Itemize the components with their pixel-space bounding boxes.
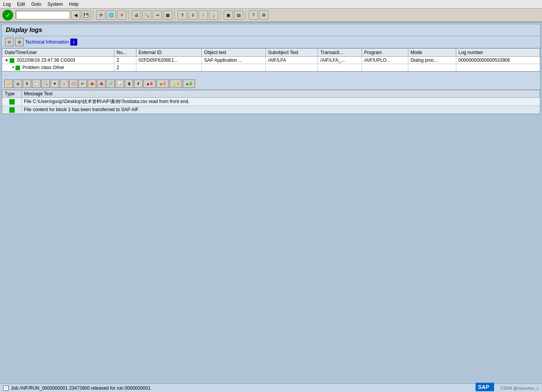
pg-dn2-btn[interactable]: ↓ <box>209 10 218 20</box>
cell-objtext <box>202 64 265 71</box>
menu-item-log[interactable]: Log <box>3 2 11 7</box>
cell-datetime: • Problem class Other <box>2 64 114 71</box>
cell-datetime: ▼ 2022/08/16 23:47:38 CG003 <box>2 57 114 64</box>
filter-btn[interactable]: ▦ <box>163 10 172 20</box>
log-table-row: File C:\Users\guojz\Desktop\技术资料\AIF\案例\… <box>2 98 540 106</box>
log-btn-5[interactable]: 🔍 <box>41 79 50 88</box>
log-btn-7[interactable]: ↕ <box>60 79 68 88</box>
view2-btn[interactable]: ▤ <box>234 10 243 20</box>
cell-subobj: /AIF/LFA <box>265 57 318 64</box>
main-content: Display logs ⟳ ⚙ Technical Information i… <box>2 24 540 114</box>
log-btn-3[interactable]: ⬆ <box>23 79 31 88</box>
status-left: ✓ Job /AIF/RUN_0000000001 23473900 relea… <box>3 385 151 391</box>
col-lognum: Log number <box>456 49 540 57</box>
sap-logo: SAP <box>476 383 494 392</box>
cell-subobj <box>265 64 318 71</box>
col-subobj: Subobject Text <box>265 49 318 57</box>
menu-item-help[interactable]: Help <box>69 2 79 7</box>
log-btn-14[interactable]: 🗑 <box>125 79 133 88</box>
toolbar: ✓ ◀ 💾 ⟳ 🌐 ✕ 🖨 🔍 ⇒ ▦ ⇑ ⇓ ↑ ↓ ▣ ▤ ? ⚙ <box>0 8 542 22</box>
save-btn[interactable]: 💾 <box>82 10 91 20</box>
col-objtext: Object text <box>202 49 265 57</box>
cell-prog <box>362 64 408 71</box>
log-toolbar: 🔑 🖨 ⬆ 📋 🔍 ▼ ↕ 🚫 ✏ 📤 📥 🔗 📊 🗑 ⬇ ● 0 ● 0 △ … <box>2 78 540 90</box>
menu-item-edit[interactable]: Edit <box>17 2 25 7</box>
col-extid: External ID <box>136 49 202 57</box>
stop-btn[interactable]: ✕ <box>117 10 126 20</box>
log-cell-message: File content for block 1 has been transf… <box>22 106 540 114</box>
data-table: Date/Time/User Nu... External ID Object … <box>2 48 540 71</box>
log-btn-6[interactable]: ▼ <box>51 79 59 88</box>
title-bar: Display logs <box>2 24 540 36</box>
log-btn-11[interactable]: 📥 <box>97 79 105 88</box>
cell-trans: /AIF/LFA_... <box>318 57 362 64</box>
divider-dots: · · · · · <box>2 71 540 78</box>
menu-item-goto[interactable]: Goto <box>31 2 41 7</box>
action-btn-2[interactable]: ⚙ <box>15 38 24 46</box>
page-up-btn[interactable]: ⇑ <box>178 10 187 20</box>
cell-lognum: 00000000000000533906 <box>456 57 540 64</box>
table-row[interactable]: • Problem class Other 2 <box>2 64 540 71</box>
col-trans: Transacti... <box>318 49 362 57</box>
log-col-type: Type <box>2 90 22 98</box>
status-bar: ✓ Job /AIF/RUN_0000000001 23473900 relea… <box>0 384 542 392</box>
svg-text:SAP: SAP <box>478 384 489 390</box>
cell-trans <box>318 64 362 71</box>
log-btn-13[interactable]: 📊 <box>116 79 124 88</box>
log-cell-message: File C:\Users\guojz\Desktop\技术资料\AIF\案例\… <box>22 98 540 106</box>
log-btn-9[interactable]: ✏ <box>78 79 87 88</box>
col-datetime: Date/Time/User <box>2 49 114 57</box>
view1-btn[interactable]: ▣ <box>224 10 233 20</box>
log-btn-15[interactable]: ⬇ <box>134 79 143 88</box>
cell-mode <box>408 64 456 71</box>
count-orange-btn[interactable]: ● 0 <box>156 79 169 88</box>
count-green-btn[interactable]: ● 2 <box>183 79 195 88</box>
refresh-btn[interactable]: ⟳ <box>96 10 105 20</box>
col-mode: Mode <box>408 49 456 57</box>
cell-extid <box>136 64 202 71</box>
find-next-btn[interactable]: ⇒ <box>153 10 162 20</box>
sep2 <box>128 10 130 20</box>
sap-checkmark-btn[interactable]: ✓ <box>2 10 13 20</box>
cell-objtext: SAP Application ... <box>202 57 265 64</box>
log-table-row: File content for block 1 has been transf… <box>2 106 540 114</box>
log-btn-12[interactable]: 🔗 <box>106 79 115 88</box>
command-input[interactable] <box>16 11 70 19</box>
log-cell-type <box>2 98 22 106</box>
page-dn-btn[interactable]: ⇓ <box>188 10 197 20</box>
find-btn[interactable]: 🔍 <box>142 10 151 20</box>
sep1 <box>93 10 94 20</box>
nav-back-btn[interactable]: ◀ <box>71 10 80 20</box>
log-btn-8[interactable]: 🚫 <box>69 79 78 88</box>
help-btn[interactable]: ? <box>249 10 258 20</box>
tech-info-link[interactable]: Technical Information <box>25 39 69 45</box>
log-cell-type <box>2 106 22 114</box>
col-num: Nu... <box>114 49 136 57</box>
cell-num: 2 <box>114 64 136 71</box>
cell-num: 2 <box>114 57 136 64</box>
count-red-btn[interactable]: ● 0 <box>143 79 156 88</box>
log-table-container: Type Message Text File C:\Users\guojz\De… <box>2 90 540 114</box>
log-btn-2[interactable]: 🖨 <box>14 79 22 88</box>
action-btn-1[interactable]: ⟳ <box>5 38 14 46</box>
log-btn-10[interactable]: 📤 <box>88 79 96 88</box>
menu-item-system[interactable]: System <box>48 2 63 7</box>
log-btn-4[interactable]: 📋 <box>32 79 41 88</box>
data-table-container: Date/Time/User Nu... External ID Object … <box>2 48 540 71</box>
sep4 <box>220 10 222 20</box>
sep3 <box>174 10 176 20</box>
cell-lognum <box>456 64 540 71</box>
menu-bar: Log Edit Goto System Help <box>0 0 542 8</box>
table-row[interactable]: ▼ 2022/08/16 23:47:38 CG003 2 02FD05F620… <box>2 57 540 64</box>
page-title: Display logs <box>6 27 536 34</box>
nav-btn2[interactable]: 🌐 <box>107 10 116 20</box>
info-icon[interactable]: i <box>70 39 77 46</box>
status-text: Job /AIF/RUN_0000000001 23473900 release… <box>11 385 151 391</box>
pg-up2-btn[interactable]: ↑ <box>199 10 208 20</box>
log-btn-1[interactable]: 🔑 <box>4 79 13 88</box>
print-btn[interactable]: 🖨 <box>132 10 141 20</box>
count-yellow-btn[interactable]: △ 0 <box>170 79 182 88</box>
sep5 <box>245 10 247 20</box>
cust-btn[interactable]: ⚙ <box>259 10 268 20</box>
status-checkbox: ✓ <box>3 385 8 391</box>
